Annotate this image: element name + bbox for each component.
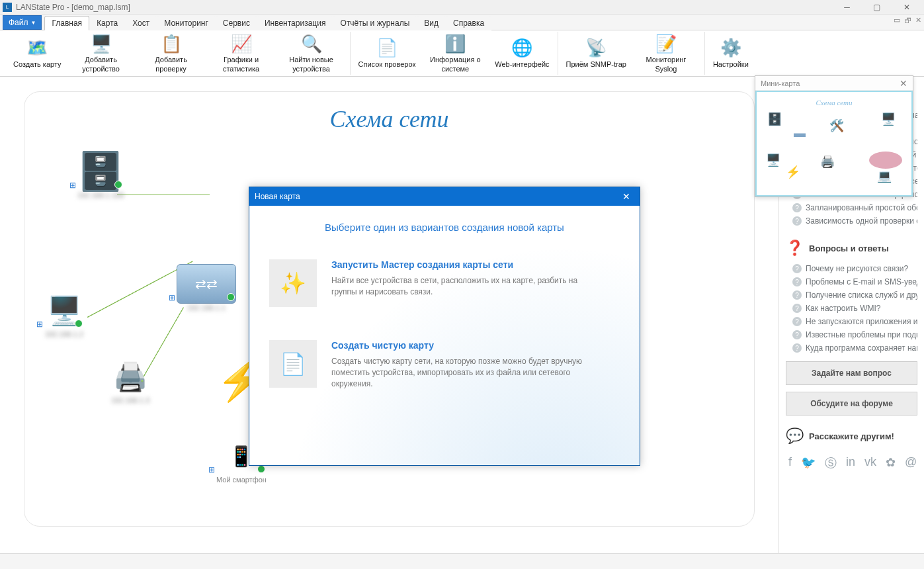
map-add-icon: 🗺️ bbox=[26, 38, 48, 59]
tab-map[interactable]: Карта bbox=[89, 16, 125, 30]
mini-server-icon: 🗄️ bbox=[767, 112, 782, 126]
facebook-icon[interactable]: f bbox=[788, 455, 792, 471]
ribbon-minimize-icon[interactable]: ▭ bbox=[894, 16, 900, 24]
dialog-close-button[interactable]: ✕ bbox=[618, 191, 634, 202]
device-label: 192.168.1.3 bbox=[111, 396, 149, 404]
ribbon-find-devices[interactable]: 🔍Найти новые устройства bbox=[277, 32, 346, 75]
odnoklassniki-icon[interactable]: ✿ bbox=[886, 455, 896, 471]
qa-link[interactable]: Известные проблемы при подкл... bbox=[786, 328, 917, 341]
ribbon-settings[interactable]: ⚙️Настройки bbox=[709, 32, 753, 75]
help-link[interactable]: Зависимость одной проверки от ... bbox=[786, 214, 917, 228]
ask-question-button[interactable]: Задайте нам вопрос bbox=[786, 361, 917, 385]
canvas-title: Схема сети bbox=[38, 105, 741, 133]
status-bar bbox=[0, 553, 924, 569]
link-line bbox=[117, 195, 210, 195]
mini-switch-icon: ▬ bbox=[794, 126, 806, 140]
tab-inventory[interactable]: Инвентаризация bbox=[257, 16, 333, 30]
dialog-heading: Выберите один из вариантов создания ново… bbox=[269, 222, 620, 233]
search-icon: 🔍 bbox=[301, 33, 322, 54]
qa-link[interactable]: Не запускаются приложения из м... bbox=[786, 315, 917, 328]
status-dot bbox=[257, 465, 265, 473]
ribbon-create-map[interactable]: 🗺️Создать карту bbox=[9, 32, 65, 75]
ribbon-add-check[interactable]: 📋Добавить проверку bbox=[137, 32, 206, 75]
question-icon: ❓ bbox=[786, 240, 804, 257]
device-server[interactable]: 🗄️ ⊞ 192.168.1.100 bbox=[77, 152, 124, 199]
chevron-down-icon: ▼ bbox=[31, 20, 36, 26]
ribbon-close-icon[interactable]: ✕ bbox=[915, 16, 921, 24]
ribbon-check-list[interactable]: 📄Список проверок bbox=[355, 32, 420, 75]
syslog-icon: 📝 bbox=[655, 33, 677, 54]
mini-lightning-icon: ⚡ bbox=[786, 165, 800, 179]
twitter-icon[interactable]: 🐦 bbox=[801, 455, 816, 471]
option-wizard[interactable]: ✨ Запустить Мастер создания карты сети Н… bbox=[269, 259, 620, 307]
minimap-close-button[interactable]: ✕ bbox=[900, 78, 907, 89]
file-menu[interactable]: Файл ▼ bbox=[3, 15, 42, 30]
gear-icon: ⚙️ bbox=[720, 38, 741, 59]
device-label: 192.168.1.2 bbox=[45, 330, 83, 338]
mini-router-icon: 🛠️ bbox=[829, 118, 844, 133]
dialog-titlebar[interactable]: Новая карта ✕ bbox=[249, 187, 640, 206]
email-icon[interactable]: @ bbox=[905, 455, 917, 471]
linkedin-icon[interactable]: in bbox=[846, 455, 855, 471]
sidebar-section-qa: ❓Вопросы и ответы bbox=[786, 240, 917, 257]
ribbon: 🗺️Создать карту 🖥️Добавить устройство 📋Д… bbox=[0, 30, 924, 77]
windows-icon: ⊞ bbox=[36, 320, 46, 329]
vk-icon[interactable]: vk bbox=[864, 455, 876, 471]
windows-icon: ⊞ bbox=[169, 293, 178, 302]
device-label: 192.168.1.1 bbox=[187, 304, 226, 312]
minimap-title: Мини-карта bbox=[761, 79, 800, 87]
close-button[interactable]: ✕ bbox=[892, 0, 921, 15]
maximize-button[interactable]: ▢ bbox=[862, 0, 892, 15]
ribbon-add-device[interactable]: 🖥️Добавить устройство bbox=[67, 32, 136, 75]
tab-monitoring[interactable]: Мониторинг bbox=[157, 16, 216, 30]
tab-service[interactable]: Сервис bbox=[216, 16, 257, 30]
check-add-icon: 📋 bbox=[161, 33, 182, 54]
chart-icon: 📈 bbox=[231, 33, 252, 54]
device-printer[interactable]: 🖨️ 192.168.1.3 bbox=[110, 357, 150, 404]
mini-laptop-icon: 💻 bbox=[877, 169, 892, 183]
ribbon-syslog[interactable]: 📝Мониторинг Syslog bbox=[632, 32, 700, 75]
device-label: Мой смартфон bbox=[216, 476, 267, 484]
info-icon: ℹ️ bbox=[444, 33, 466, 54]
titlebar: L LANState Pro - [demo_map.lsm] ─ ▢ ✕ bbox=[0, 0, 924, 15]
ribbon-web-interface[interactable]: 🌐Web-интерфейс bbox=[491, 32, 553, 75]
help-link[interactable]: Запланированный простой обор... bbox=[786, 201, 917, 214]
device-label: 192.168.1.100 bbox=[77, 191, 124, 199]
app-icon: L bbox=[3, 3, 12, 12]
qa-link[interactable]: Куда программа сохраняет накоп... bbox=[786, 341, 917, 355]
forum-button[interactable]: Обсудите на форуме bbox=[786, 392, 917, 416]
device-pc[interactable]: 🖥️ ⊞ 192.168.1.2 bbox=[44, 290, 84, 338]
qa-link[interactable]: Как настроить WMI? bbox=[786, 302, 917, 315]
mini-pc2-icon: 🖥️ bbox=[766, 153, 780, 167]
device-add-icon: 🖥️ bbox=[91, 33, 112, 54]
qa-link[interactable]: Почему не рисуются связи? bbox=[786, 262, 917, 275]
minimap-panel[interactable]: Мини-карта ✕ Схема сети 🗄️ ▬ 🛠️ 🖥️ 🖥️ ⚡ … bbox=[755, 75, 913, 197]
option-wizard-title[interactable]: Запустить Мастер создания карты сети bbox=[331, 259, 583, 270]
option-blank-title[interactable]: Создать чистую карту bbox=[331, 340, 583, 351]
chat-icon: 💬 bbox=[786, 427, 804, 445]
window-title: LANState Pro - [demo_map.lsm] bbox=[16, 3, 832, 12]
qa-link[interactable]: Проблемы с E-mail и SMS-уведом... bbox=[786, 275, 917, 288]
minimize-button[interactable]: ─ bbox=[832, 0, 862, 15]
tab-main[interactable]: Главная bbox=[44, 16, 89, 30]
tab-help[interactable]: Справка bbox=[446, 16, 491, 30]
snmp-icon: 📡 bbox=[585, 38, 607, 59]
tab-host[interactable]: Хост bbox=[125, 16, 157, 30]
ribbon-snmp-trap[interactable]: 📡Приём SNMP-trap bbox=[562, 32, 630, 75]
skype-icon[interactable]: Ⓢ bbox=[825, 455, 837, 471]
minimap-canvas[interactable]: Схема сети 🗄️ ▬ 🛠️ 🖥️ 🖥️ ⚡ 🖨️ 💻 bbox=[755, 91, 913, 197]
device-switch[interactable]: ⇄⇄ ⊞ 192.168.1.1 bbox=[177, 264, 236, 312]
printer-icon: 🖨️ bbox=[110, 357, 150, 396]
ribbon-system-info[interactable]: ℹ️Информация о системе bbox=[421, 32, 489, 75]
ribbon-stats[interactable]: 📈Графики и статистика bbox=[207, 32, 276, 75]
ribbon-restore-icon[interactable]: 🗗 bbox=[904, 17, 911, 24]
windows-icon: ⊞ bbox=[208, 465, 218, 474]
option-blank[interactable]: 📄 Создать чистую карту Создать чистую ка… bbox=[269, 340, 620, 389]
option-blank-desc: Создать чистую карту сети, на которую по… bbox=[331, 356, 583, 389]
blank-page-icon: 📄 bbox=[269, 340, 317, 388]
qa-link[interactable]: Получение списка служб и друго... bbox=[786, 288, 917, 302]
dialog-title: Новая карта bbox=[255, 192, 300, 201]
option-wizard-desc: Найти все устройства в сети, расположить… bbox=[331, 275, 583, 298]
tab-view[interactable]: Вид bbox=[417, 16, 446, 30]
tab-reports[interactable]: Отчёты и журналы bbox=[333, 16, 417, 30]
